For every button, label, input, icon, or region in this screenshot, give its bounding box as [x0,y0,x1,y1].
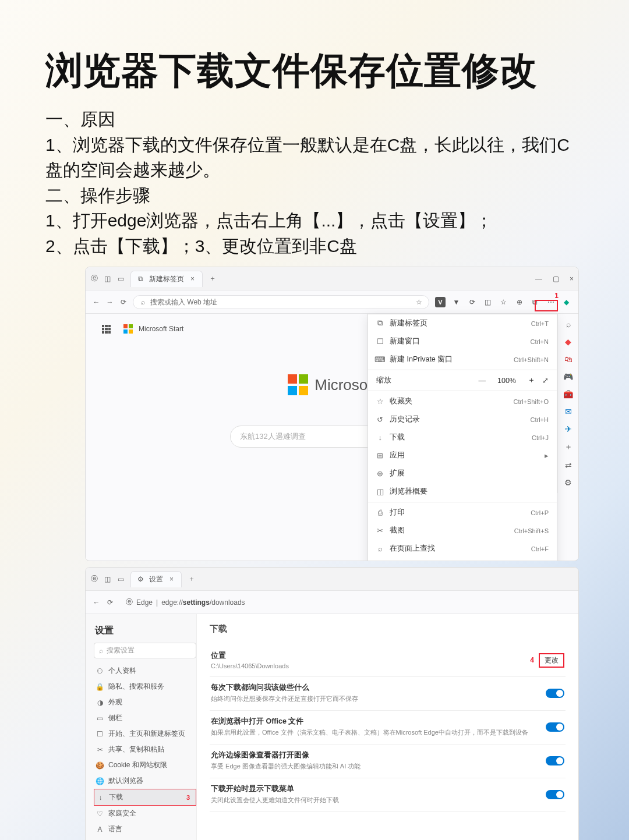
browser-tab[interactable]: ⧉ 新建标签页 × [130,271,203,287]
reload-icon[interactable]: ⟳ [106,598,114,606]
extensions-icon[interactable]: ⧉ [530,297,540,307]
fullscreen-icon[interactable]: ⤢ [542,376,549,385]
toggle-switch[interactable] [546,790,564,799]
sidebar-item[interactable]: ◑ 外观 [94,694,196,710]
star-icon[interactable]: ☆ [415,298,423,306]
menu-item[interactable]: ⊞ 应用 ▸ [368,446,557,465]
copilot-icon[interactable]: ◆ [561,297,571,307]
setting-subtitle: 如果启用此设置，Office 文件（演示文稿、电子表格、文稿）将在Microso… [211,728,528,737]
shortcut: Ctrl+P [531,509,549,516]
edge-lock-icon: ⓔ [125,598,133,606]
sidebar-item[interactable]: 🖶 打印机 [94,837,196,840]
step-2: 2、点击【下载】；3、更改位置到非C盘 [45,233,584,259]
address-bar[interactable]: ⓔ Edge | edge://settings/downloads [119,598,571,607]
setting-row: 允许边缘图像查看器打开图像 享受 Edge 图像查看器的强大图像编辑功能和 AI… [210,745,566,778]
microsoft-big-logo-icon [288,374,309,395]
new-tab-icon[interactable]: ＋ [188,575,195,583]
workspace-icon[interactable]: ◫ [104,275,111,282]
menu-item[interactable]: ⧉ 新建标签页 Ctrl+T [368,314,557,332]
sidebar-tools-icon[interactable]: 🧰 [563,389,573,399]
sidebar-item[interactable]: 🔒 隐私、搜索和服务 [94,679,196,694]
menu-item[interactable]: ⌨ 新建 InPrivate 窗口 Ctrl+Shift+N [368,350,557,368]
new-tab-icon[interactable]: ＋ [209,275,216,282]
address-input[interactable] [150,298,412,306]
reload-icon[interactable]: ⟳ [119,298,127,306]
sidebar-shop-icon[interactable]: 🛍 [564,355,573,364]
sidebar-item[interactable]: ♡ 家庭安全 [94,806,196,821]
extension-v-icon[interactable]: V [435,297,446,307]
addr-text: edge://settings/downloads [161,598,245,607]
sidebar-outlook-icon[interactable]: ✉ [565,407,572,416]
settings-tab[interactable]: ⚙ 设置 × [130,571,182,587]
sidebar-phone-icon[interactable]: ⇄ [565,460,572,470]
menu-item-label: 新建窗口 [390,336,420,346]
setting-subtitle: 始终询问你是想要保存文件还是直接打开它而不保存 [211,694,358,703]
sidebar-settings-icon[interactable]: ⚙ [564,478,572,487]
favorites-icon[interactable]: ☆ [499,297,508,307]
sidebar-item[interactable]: ⚇ 个人资料 [94,663,196,679]
menu-item-icon: ◫ [376,488,384,495]
sync-icon[interactable]: ⟳ [467,297,477,307]
sidebar-search-icon[interactable]: ⌕ [566,320,571,329]
shortcut: Ctrl+H [531,416,549,423]
apps-grid-icon[interactable] [102,325,111,334]
close-tab-icon[interactable]: × [168,576,175,583]
close-tab-icon[interactable]: × [189,275,196,283]
sidebar-item[interactable]: ✂ 共享、复制和粘贴 [94,742,196,757]
zoom-out-icon[interactable]: — [479,377,486,385]
menu-item[interactable]: ✂ 截图 Ctrl+Shift+S [368,522,557,540]
setting-row: 每次下载都询问我该做些什么 始终询问你是想要保存文件还是直接打开它而不保存 [210,677,566,711]
maximize-icon[interactable]: ▢ [553,275,559,283]
minimize-icon[interactable]: — [535,275,542,283]
menu-item[interactable]: ⌕ 在页面上查找 Ctrl+F [368,540,557,558]
microsoft-logo-icon [123,324,133,334]
menu-item[interactable]: 更多工具 ▸ [368,558,557,561]
sidebar-item[interactable]: ↓ 下载 3 [94,789,196,806]
tabs-icon[interactable]: ▭ [117,575,125,583]
address-bar[interactable]: ⌕ ☆ [133,295,429,309]
menu-item[interactable]: ⊕ 扩展 [368,465,557,483]
back-icon[interactable]: ← [93,298,100,306]
menu-item[interactable]: ☐ 新建窗口 Ctrl+N [368,332,557,350]
sidebar-bing-icon[interactable]: ◆ [565,337,571,346]
sidebar-add-icon[interactable]: ＋ [564,442,573,452]
search-placeholder: 搜索设置 [107,646,135,655]
read-icon[interactable]: ◫ [483,297,493,307]
menu-item[interactable]: ⎙ 打印 Ctrl+P [368,504,557,522]
toggle-switch[interactable] [546,689,564,698]
filter-icon[interactable]: ▼ [451,297,461,307]
close-icon[interactable]: × [570,275,574,283]
workspace-icon[interactable]: ◫ [104,575,111,583]
menu-item-label: 应用 [390,451,405,460]
edge-logo-icon: ⓔ [90,575,98,583]
gear-icon: ⚙ [137,576,144,583]
sidebar-item[interactable]: 🍪 Cookie 和网站权限 [94,757,196,773]
collections-icon[interactable]: ⊕ [514,297,524,307]
sidebar-more-icon[interactable]: ✈ [565,424,572,434]
menu-item[interactable]: ◫ 浏览器概要 [368,483,557,501]
toggle-switch[interactable] [546,756,564,765]
sidebar-item-label: 家庭安全 [108,809,136,818]
sidebar-item-icon: A [96,825,104,833]
toggle-switch[interactable] [546,722,564,732]
menu-item[interactable]: ↓ 下载 Ctrl+J [368,428,557,446]
setting-title: 允许边缘图像查看器打开图像 [211,750,361,760]
menu-item[interactable]: ☆ 收藏夹 Ctrl+Shift+O [368,392,557,410]
tabs-icon[interactable]: ▭ [117,275,125,282]
annotation-4-label: 4 [530,656,534,664]
settings-search[interactable]: ⌕ 搜索设置 [94,643,196,658]
sidebar-item-icon: 🍪 [96,761,104,769]
menu-item[interactable]: ↺ 历史记录 Ctrl+H [368,410,557,428]
sidebar-item-icon: ☐ [96,730,104,738]
annotation-1-label: 1 [554,292,559,300]
forward-icon[interactable]: → [106,298,114,306]
sidebar-item[interactable]: 🌐 默认浏览器 [94,773,196,789]
zoom-pct: 100% [497,377,516,385]
sidebar-item[interactable]: ▭ 侧栏 [94,710,196,726]
sidebar-item[interactable]: ☐ 开始、主页和新建标签页 [94,726,196,742]
back-icon[interactable]: ← [93,598,100,606]
sidebar-item[interactable]: A 语言 [94,821,196,837]
zoom-in-icon[interactable]: ＋ [528,375,535,385]
sidebar-games-icon[interactable]: 🎮 [563,372,573,381]
change-button[interactable]: 更改 [539,653,564,668]
